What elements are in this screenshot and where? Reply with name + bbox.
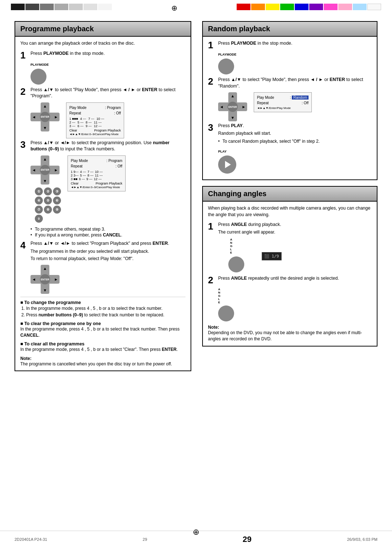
programme-playback-title: Programme playback [15,22,191,37]
subsection-clear-one-text: In the programme mode, press 4 , 5 , b o… [20,326,185,339]
step4-text: Press ▲/▼ or ◄/► to select "Program Play… [30,240,185,247]
angle-step2: 2 Press ANGLE repeatedly until the desir… [208,275,372,285]
random-step3-para1: Random playback will start. [218,130,372,137]
random-step3-bullets: To cancel Random playback, select "Off" … [218,138,372,145]
playmode-button1 [30,69,46,85]
bar-white [98,4,112,10]
number-buttons: ① ② ③ ④ ⑤ ⑥ ⑦ ⑧ ⑨ 0 [35,187,61,223]
footer-right: 26/9/03, 6:03 PM [347,537,377,542]
divider1 [20,297,185,297]
random-screen-playmode: Play Mode : Random [257,95,309,100]
changing-angles-note: Note: Depending on the DVD, you may not … [208,324,372,342]
cross-center: ENTER [40,112,50,122]
step1-num: 1 [20,50,28,60]
changing-angles-note-title: Note: [208,325,219,330]
random-playback-body: 1 Press PLAYMODE in the stop mode. PLAYM… [203,37,377,179]
footer-center: 29 [143,537,147,542]
bar-lightgray [54,4,68,10]
angle-step2-btn-area: ANGLE [218,288,372,321]
grid3-row2: 2 3---5 ---8 ---11 --- [71,174,122,177]
angle-step1-text: Press ANGLE during playback. [218,222,372,228]
num-btn-0: 0 [35,215,43,223]
step2-image-row: ENTER ▲ ▼ ◄ ► Play Mode : Program Repeat… [20,102,185,138]
random-nav-cross: ENTER ▲ ▼ ◄ ► [218,92,247,121]
page-footer: 2D20401A P24-31 29 29 26/9/03, 6:03 PM [0,531,392,548]
nav-cross-3: ENTER ▲ ▼ ◄ ► [30,155,60,185]
grid3-row3: 3 ■■6 ---9 ---12 --- [71,177,122,181]
step3-bullets: To programme others, repeat step 3. If y… [30,226,185,239]
changing-angles-title: Changing angles [203,187,377,202]
play-mode-val: : Program [105,105,121,110]
bar-lightblue [353,4,367,10]
random-playmode-label: PLAYMODE [218,53,372,56]
angle-button-2 [218,305,234,321]
step3-text: Press ▲/▼ or ◄/► to select the programmi… [30,140,185,153]
subsection-clear-all-text: In the programme mode, press 4 , 5 , b o… [20,347,185,353]
screen-display-3: Play Mode : Program Repeat : Off 1 9---4… [68,155,126,191]
nav-cross-4: ENTER ▲ ▼ ◄ ► [30,265,60,294]
step4-para1: The programmes in the order you selected… [30,248,185,255]
subsection-clear-all: ■ To clear all the programmes In the pro… [20,341,185,353]
arrow-down: ▼ [43,126,47,130]
subsection-clear-one: ■ To clear the programme one by one In t… [20,321,185,339]
screen-row-repeat: Repeat : Off [69,110,121,116]
programme-note-text: The programme is cancelled when you open… [20,361,185,367]
step1-bold: PLAYMODE [43,51,69,56]
arrow-up-r: ▲ [231,94,235,98]
bar-blue [295,4,309,10]
changing-angles-section: Changing angles When playing back a disc… [202,186,377,347]
color-bars-right [237,4,381,10]
cross-center-r: ENTER [228,102,238,112]
bar-gray [40,4,54,10]
page-number: 29 [243,535,252,544]
num-btn-6: ⑥ [53,197,61,204]
change-list: In the programme mode, press 4 , 5 , b o… [20,305,185,318]
subsection-change-title: ■ To change the programme [20,300,185,305]
num-btn-5: ⑤ [44,197,52,204]
color-bars-left [11,4,112,10]
subsection-clear-one-title: ■ To clear the programme one by one [20,321,185,326]
angle-step2-text: Press ANGLE repeatedly until the desired… [218,275,372,282]
step2-num: 2 [20,87,28,96]
step3-bullet2: If you input a wrong number, press CANCE… [30,232,185,238]
subsection-clear-all-title: ■ To clear all the programmes [20,341,185,347]
top-bars: ⊕ [0,0,392,10]
play-mode-label: Play Mode [69,105,86,110]
num-btn-7: ⑦ [35,206,43,214]
step3-nav-area: ENTER ▲ ▼ ◄ ► ① ② ③ ④ ⑤ ⑥ ⑦ ⑧ [30,155,61,224]
step4-para2: To return to normal playback, select Pla… [30,256,185,262]
screen-row-playmode: Play Mode : Program [69,105,121,110]
arrow-right-4: ► [54,277,58,281]
random-screen-repeat: Repeat : Off [257,100,309,106]
step1-text: Press PLAYMODE in the stop mode. [30,50,185,57]
angle-step2-num: 2 [208,275,216,285]
num-btn-2: ② [44,187,52,195]
screen-row-repeat-3: Repeat : Off [71,163,122,169]
step2-text: Press ▲/▼ to select "Play Mode", then pr… [30,87,185,100]
screen-grid-2: 1 ■■■4 ---7 ---10 --- 2 ---5 ---8 ---11 … [69,117,121,128]
changing-angles-intro: When playing back a disc recorded with m… [208,205,372,218]
angle-step1-para: The current angle will appear. [218,229,372,235]
programme-step1: 1 Press PLAYMODE in the stop mode. [20,50,185,60]
footer-left: 2D20401A P24-31 [15,537,47,542]
repeat-val: : Off [114,110,121,116]
play-button [218,155,236,174]
bar-pink [324,4,338,10]
random-step2-content: Press ▲/▼ to select "Play Mode", then pr… [218,77,372,89]
arrow-left-4: ◄ [32,277,36,281]
angle-step2-content: Press ANGLE repeatedly until the desired… [218,275,372,282]
random-step2-image-row: ENTER ▲ ▼ ◄ ► Play Mode : Random Repeat [208,92,372,121]
bar-green [280,4,294,10]
random-playmode-button [218,58,234,74]
step1-text2: in the stop mode. [69,51,105,56]
bar-lightpink [338,4,352,10]
screen-grid-3: 1 9---4 ---7 ---10 --- 2 3---5 ---8 ---1… [71,170,122,181]
step4-nav-area: ENTER ▲ ▼ ◄ ► [30,265,185,294]
random-step3: 3 Press PLAY. Random playback will start… [208,123,372,147]
random-step3-content: Press PLAY. Random playback will start. … [218,123,372,147]
programme-intro: You can arrange the playback order of tr… [20,40,185,47]
screen-footer-3: Clear Program Playback [71,182,122,185]
change-item2: Press number buttons (0–9) to select the… [26,312,185,318]
arrow-left: ◄ [32,115,36,119]
step3-bullet1: To programme others, repeat step 3. [30,226,185,232]
